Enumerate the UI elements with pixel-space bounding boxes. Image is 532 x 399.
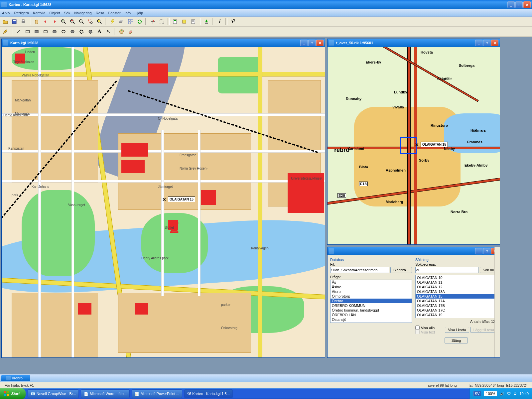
- map2-canvas[interactable]: OLAIGATAN 15 rebro Hovsta Ekers-by Lundb…: [328, 47, 500, 244]
- nav-back-icon[interactable]: [42, 18, 50, 26]
- ov-label: Ekers-by: [366, 60, 381, 64]
- street-label: lunden: [25, 50, 35, 54]
- print-icon[interactable]: [19, 18, 27, 26]
- menu-kartbild[interactable]: Kartbild: [33, 11, 45, 15]
- menu-objekt[interactable]: Objekt: [49, 11, 60, 15]
- doc-icon[interactable]: [189, 18, 197, 26]
- map2-minimize-button[interactable]: _: [475, 40, 482, 46]
- visa-text-checkbox[interactable]: Visa text: [415, 330, 444, 334]
- polygon-icon[interactable]: [77, 28, 85, 36]
- help-icon[interactable]: ?: [229, 18, 237, 26]
- save-icon[interactable]: [10, 18, 18, 26]
- open-icon[interactable]: [1, 18, 9, 26]
- open-map-icon[interactable]: [180, 18, 188, 26]
- street-label: Norra Grev Rosen-: [180, 167, 207, 170]
- start-button[interactable]: Start: [0, 388, 26, 399]
- menubar: Arkiv Redigera Kartbild Objekt Sök Navig…: [0, 9, 532, 17]
- sokbegrepp-input[interactable]: [415, 267, 478, 273]
- app-minimize-button[interactable]: _: [507, 1, 515, 8]
- menu-redigera[interactable]: Redigera: [14, 11, 29, 15]
- tray-icon[interactable]: 🔊: [500, 392, 504, 396]
- stang-button[interactable]: Stäng: [445, 337, 468, 343]
- coords-icon[interactable]: [149, 18, 157, 26]
- svg-point-39: [62, 30, 65, 33]
- ellipse-fill-icon[interactable]: [68, 28, 76, 36]
- layers-icon[interactable]: [118, 18, 126, 26]
- menu-fonster[interactable]: Fönster: [108, 11, 120, 15]
- selection-icon[interactable]: [158, 18, 166, 26]
- svg-text:+: +: [62, 19, 64, 23]
- menu-info[interactable]: Info: [125, 11, 131, 15]
- zoom-in-icon[interactable]: +: [60, 18, 67, 26]
- pencil-icon[interactable]: [1, 28, 9, 36]
- task-item[interactable]: 🗺Kartex - Karta.kgi 1:5...: [184, 389, 233, 398]
- mdi-tab[interactable]: örebro...: [1, 375, 30, 381]
- zoom-out-icon[interactable]: −: [68, 18, 76, 26]
- symbol-icon[interactable]: [104, 28, 112, 36]
- street-label: Karlsgatan: [8, 147, 24, 150]
- menu-resa[interactable]: Resa: [96, 11, 104, 15]
- search-minimize-button[interactable]: _: [475, 248, 482, 254]
- search-icon: [329, 248, 334, 254]
- status-proj: sweref 99 lat long: [425, 383, 459, 387]
- eraser-icon[interactable]: [127, 28, 135, 36]
- app-close-button[interactable]: ✕: [523, 1, 531, 8]
- new-map-icon[interactable]: [171, 18, 179, 26]
- fil-input[interactable]: [330, 267, 389, 273]
- search-panel: Databas Fil: Bläddra... Fråga: ÅsÅsbroÅt…: [328, 255, 500, 357]
- ov-label: Framnäs: [467, 140, 482, 144]
- tray-lang[interactable]: SV: [473, 391, 481, 396]
- tray-clock[interactable]: 10:49: [519, 392, 529, 396]
- polygon-fill-icon[interactable]: [86, 28, 94, 36]
- tray-icon[interactable]: ⚙: [513, 392, 517, 396]
- viewports-icon[interactable]: [127, 18, 135, 26]
- ov-label: Vivalla: [392, 105, 404, 109]
- rect-icon[interactable]: [24, 28, 32, 36]
- refresh-icon[interactable]: [136, 18, 144, 26]
- task-item[interactable]: 📊Microsoft PowerPoint ...: [132, 389, 182, 398]
- visa-i-karta-button[interactable]: Visa i karta: [445, 327, 469, 333]
- browse-button[interactable]: Bläddra...: [390, 267, 412, 273]
- task-item[interactable]: 📧Novell GroupWise - Br...: [28, 389, 79, 398]
- menu-sok[interactable]: Sök: [64, 11, 70, 15]
- zoom-obj-icon[interactable]: [95, 18, 103, 26]
- search-maximize-button[interactable]: □: [483, 248, 490, 254]
- roundrect-icon[interactable]: [42, 28, 50, 36]
- roundrect-fill-icon[interactable]: [51, 28, 59, 36]
- ov-label: Solberga: [459, 64, 474, 67]
- tray-icon[interactable]: 🛡: [507, 392, 511, 396]
- menu-navigering[interactable]: Navigering: [74, 11, 92, 15]
- hand-icon[interactable]: [33, 18, 41, 26]
- map2-maximize-button[interactable]: □: [483, 40, 490, 46]
- fraga-list[interactable]: ÅsÅsbroÅtorpÖlmbrotorpÖrebroÖREBRO KOMMU…: [330, 280, 412, 323]
- zoom-area-icon[interactable]: [86, 18, 94, 26]
- visa-alla-checkbox[interactable]: Visa alla: [415, 326, 444, 330]
- lagg-till-resa-button[interactable]: Lägg till resa: [470, 327, 497, 333]
- svg-text:?: ?: [233, 19, 235, 22]
- download-icon[interactable]: [202, 18, 210, 26]
- map1-minimize-button[interactable]: _: [300, 40, 308, 46]
- rect-fill-icon[interactable]: [33, 28, 41, 36]
- map1-maximize-button[interactable]: □: [308, 40, 316, 46]
- flash-icon[interactable]: [109, 18, 117, 26]
- map1-close-button[interactable]: ✕: [316, 40, 324, 46]
- map2-close-button[interactable]: ✕: [491, 40, 498, 46]
- results-list[interactable]: OLAIGATAN 10OLAIGATAN 11OLAIGATAN 12OLAI…: [415, 275, 497, 318]
- map1-marker: OLAIGATAN 15: [168, 197, 195, 202]
- map1-canvas[interactable]: ♜ OLAIGATAN 15 lunden Tegnér-skolan Väst…: [2, 47, 325, 357]
- ov-label: Runnaby: [346, 97, 361, 101]
- palette-icon[interactable]: [118, 28, 126, 36]
- text-icon[interactable]: A: [95, 28, 103, 36]
- line-icon[interactable]: [15, 28, 23, 36]
- app-maximize-button[interactable]: □: [515, 1, 523, 8]
- system-tray[interactable]: SV 100% 🔊 🛡 ⚙ 10:49: [469, 388, 532, 399]
- menu-hjalp[interactable]: Hjälp: [135, 11, 143, 15]
- menu-arkiv[interactable]: Arkiv: [2, 11, 10, 15]
- ellipse-icon[interactable]: [60, 28, 67, 36]
- status-help: För hjälp, tryck F1: [2, 383, 37, 387]
- info-icon[interactable]: i: [216, 18, 224, 26]
- map1-title: Karta.kgi 1:5628: [10, 41, 38, 45]
- task-item[interactable]: 📄Microsoft Word - täto...: [81, 389, 130, 398]
- zoom-extent-icon[interactable]: [77, 18, 85, 26]
- nav-fwd-icon[interactable]: [51, 18, 59, 26]
